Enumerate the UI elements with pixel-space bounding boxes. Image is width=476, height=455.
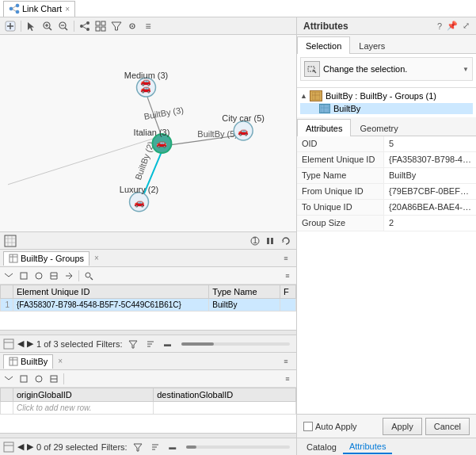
p2-tb1[interactable] [2,372,16,386]
apply-button[interactable]: Apply [383,418,422,435]
element-unique-id-cell[interactable]: {FA358307-B798-4548-B5F7-5C449C61B61C} [13,299,209,312]
close-panel1-button[interactable]: × [94,254,99,262]
sort-button[interactable] [143,337,158,351]
prev-button[interactable]: ◀ [17,338,24,349]
svg-text:Medium (3): Medium (3) [124,71,168,80]
builtby-table: originGlobalID destinationGlobalID Click… [0,388,296,433]
p1-tb6[interactable] [82,269,96,283]
col-flag[interactable]: F [280,285,296,299]
catalog-tab[interactable]: Catalog [300,441,343,453]
svg-point-55 [36,273,42,279]
more-button[interactable]: ≡ [141,19,155,33]
p1-tb5[interactable] [62,269,76,283]
select-tool-button[interactable] [25,19,39,33]
p1-sep [78,270,79,281]
refresh-button[interactable] [279,234,293,248]
builtby-panel: BuiltBy × ≡ ≡ [0,352,296,455]
action-bar: Auto Apply Apply Cancel [297,414,476,438]
col2-destination[interactable]: destinationGlobalID [154,388,296,402]
selection-area: Change the selection. ▼ [297,54,476,88]
pause-button[interactable] [263,234,277,248]
attr-row-to-unique-id: To Unique ID {20A86BEA-BAE4-4F33-B10E [297,200,476,216]
panel1-options-button[interactable]: ≡ [279,251,293,266]
prev2-button[interactable]: ◀ [17,442,24,452]
p1-icon6 [84,271,93,281]
auto-apply-checkbox[interactable] [303,422,313,431]
svg-line-19 [83,26,86,28]
tab-geometry[interactable]: Geometry [351,119,406,136]
p2-tb3[interactable] [32,372,46,386]
builtby-groups-tab[interactable]: BuiltBy - Groups [3,251,89,266]
sort-icon [146,339,155,349]
p1-tb2[interactable] [17,269,31,283]
filter-clear-icon [128,339,138,349]
svg-point-2 [16,10,19,13]
table-row[interactable]: 1 {FA358307-B798-4548-B5F7-5C449C61B61C}… [1,299,296,312]
p1-tb1[interactable] [2,269,16,283]
slider2-button[interactable]: ▬ [166,440,180,454]
dock-button[interactable]: ⤢ [463,21,470,31]
add-node-icon [5,21,16,32]
node-citycar[interactable]: 🚗 [234,121,253,140]
zoom-out-button[interactable] [56,19,70,33]
tree-child-builtby[interactable]: BuiltBy [300,103,473,114]
tree-area: ▲ BuiltBy : BuiltBy - Groups (1) BuiltBy [297,88,476,116]
auto-apply-label: Auto Apply [315,422,357,431]
tree-expand-icon[interactable]: ▲ [300,92,310,100]
p2-more[interactable]: ≡ [280,372,295,386]
svg-rect-71 [4,442,13,452]
type-name-cell[interactable]: BuiltBy [209,299,280,312]
node-luxury[interactable]: 🚗 [130,193,149,212]
p1-tb4[interactable] [47,269,61,283]
click-add-row[interactable]: Click to add new row. [13,402,154,415]
tab-layers[interactable]: Layers [350,36,394,54]
layout-button[interactable] [78,19,92,33]
svg-rect-64 [10,358,17,365]
help-button[interactable]: ? [437,21,442,31]
select-icon [26,21,37,32]
filter-clear-button[interactable] [126,337,140,351]
svg-point-0 [10,7,13,10]
link-chart-tab[interactable]: Link Chart × [3,1,75,17]
panel2-options-button[interactable]: ≡ [279,354,293,369]
filter-button[interactable] [109,19,124,33]
chart-bottom-bar: 1 [0,231,296,249]
p2-tb4[interactable] [47,372,61,386]
expand-button[interactable] [93,19,108,33]
flag-cell [280,299,296,312]
add-row[interactable]: Click to add new row. [1,402,296,415]
change-selection-dropdown[interactable]: ▼ [463,66,469,73]
svg-text:1: 1 [253,235,257,245]
tab-attributes[interactable]: Attributes [297,119,351,136]
zoom-in-button[interactable] [40,19,55,33]
builtby-tab[interactable]: BuiltBy [3,354,53,369]
settings-button[interactable] [125,19,139,33]
add-node-button[interactable] [3,19,17,33]
close-panel2-button[interactable]: × [58,357,63,365]
attr-row-group-size: Group Size 2 [297,216,476,231]
attributes-bottom-tab[interactable]: Attributes [343,440,392,454]
right-panel: Attributes ? 📌 ⤢ Selection Layers Change… [297,17,476,455]
cancel-button[interactable]: Cancel [425,418,470,435]
svg-line-3 [13,6,16,8]
p1-tb3[interactable] [32,269,46,283]
slider-button[interactable]: ▬ [161,337,175,351]
close-tab-button[interactable]: × [65,5,70,13]
settings-icon [127,21,138,32]
col-type-name[interactable]: Type Name [209,285,280,299]
refresh-icon [281,236,291,246]
p1-more[interactable]: ≡ [280,269,295,283]
p1-icon5 [64,271,74,281]
builtby-groups-panel: BuiltBy - Groups × ≡ ≡ [0,249,296,352]
col-element-unique-id[interactable]: Element Unique ID [13,285,209,299]
next-button[interactable]: ▶ [27,338,33,349]
map-extent-button[interactable] [3,234,17,248]
tab-selection[interactable]: Selection [297,36,350,54]
sort2-button[interactable] [148,440,162,454]
selection-icon [304,61,320,77]
next2-button[interactable]: ▶ [27,442,33,452]
col2-origin[interactable]: originGlobalID [13,388,154,402]
filter2-clear-button[interactable] [131,440,145,454]
p2-tb2[interactable] [17,372,31,386]
tree-item-builtby-groups[interactable]: ▲ BuiltBy : BuiltBy - Groups (1) [300,90,473,102]
